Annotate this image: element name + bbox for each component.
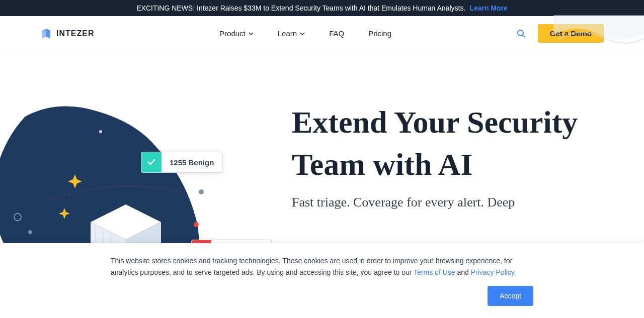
svg-point-5	[199, 189, 204, 194]
cookie-period: .	[514, 268, 516, 276]
learn-more-link[interactable]: Learn More	[469, 4, 507, 12]
privacy-link[interactable]: Privacy Policy	[471, 268, 514, 276]
chevron-down-icon	[249, 31, 254, 36]
cookie-text: This website stores cookies and tracking…	[111, 255, 533, 278]
nav-pricing[interactable]: Pricing	[368, 29, 391, 38]
cookie-and: and	[455, 268, 471, 276]
search-icon[interactable]	[517, 29, 526, 38]
svg-point-6	[194, 222, 199, 227]
cookie-banner: This website stores cookies and tracking…	[0, 243, 644, 318]
announcement-bar: EXCITING NEWS: Intezer Raises $33M to Ex…	[0, 0, 644, 16]
nav-product[interactable]: Product	[219, 29, 254, 38]
hero-title: Extend Your Security Team with AI	[292, 101, 624, 185]
nav-faq-label: FAQ	[329, 29, 344, 38]
announcement-text: EXCITING NEWS: Intezer Raises $33M to Ex…	[136, 4, 465, 12]
svg-line-1	[523, 35, 525, 37]
chevron-down-icon	[300, 31, 305, 36]
nav-product-label: Product	[219, 29, 246, 38]
navbar: INTEZER Product Learn FAQ Pricing Get a …	[0, 16, 644, 51]
svg-point-2	[99, 130, 102, 133]
svg-point-4	[28, 230, 32, 234]
terms-link[interactable]: Terms of Use	[414, 268, 455, 276]
hero-subtitle: Fast triage. Coverage for every alert. D…	[292, 193, 624, 211]
nav-learn[interactable]: Learn	[278, 29, 305, 38]
nav-pricing-label: Pricing	[368, 29, 391, 38]
cookie-actions: Accept	[111, 286, 533, 306]
benign-badge: 1255 Benign	[141, 152, 222, 173]
nav-links: Product Learn FAQ Pricing	[219, 29, 391, 38]
check-icon	[141, 152, 162, 172]
accept-button[interactable]: Accept	[488, 286, 533, 306]
logo-text: INTEZER	[56, 29, 94, 38]
logo[interactable]: INTEZER	[40, 28, 94, 40]
nav-learn-label: Learn	[278, 29, 297, 38]
logo-icon	[40, 28, 52, 40]
nav-faq[interactable]: FAQ	[329, 29, 344, 38]
decoration-wave	[553, 15, 644, 55]
svg-point-0	[518, 30, 523, 36]
benign-badge-text: 1255 Benign	[162, 158, 222, 167]
svg-point-3	[14, 214, 21, 221]
